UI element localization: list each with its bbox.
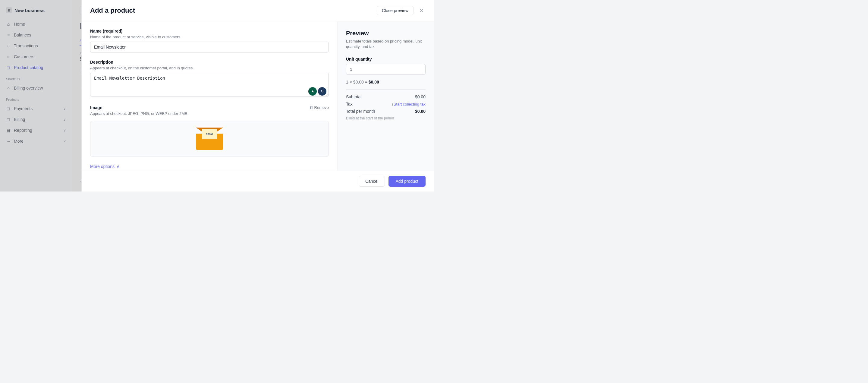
modal-title: Add a product bbox=[90, 7, 135, 14]
billed-note: Billed at the start of the period bbox=[346, 116, 426, 120]
cancel-button[interactable]: Cancel bbox=[359, 176, 385, 187]
remove-label: Remove bbox=[314, 105, 329, 110]
image-section-left: Image Appears at checkout. JPEG, PNG, or… bbox=[90, 105, 188, 118]
add-product-button[interactable]: Add product bbox=[389, 176, 426, 187]
preview-divider-1 bbox=[346, 89, 426, 90]
name-hint: Name of the product or service, visible … bbox=[90, 35, 329, 39]
close-preview-button[interactable]: Close preview bbox=[377, 6, 413, 15]
subtotal-label: Subtotal bbox=[346, 94, 361, 99]
calc-bold: $0.00 bbox=[369, 80, 379, 84]
more-options-label: More options bbox=[90, 164, 115, 169]
preview-tax-line: Tax ℹStart collecting tax bbox=[346, 101, 426, 107]
name-label: Name (required) bbox=[90, 29, 329, 33]
tax-link[interactable]: ℹStart collecting tax bbox=[392, 102, 426, 107]
description-field-group: Description Appears at checkout, on the … bbox=[90, 60, 329, 98]
chevron-down-icon: ∨ bbox=[116, 164, 119, 169]
preview-subtotal-line: Subtotal $0.00 bbox=[346, 94, 426, 99]
preview-subtitle: Estimate totals based on pricing model, … bbox=[346, 38, 426, 50]
more-options-button[interactable]: More options ∨ bbox=[90, 164, 329, 169]
ai-icon-2[interactable]: ↻ bbox=[318, 87, 327, 96]
modal-form: Name (required) Name of the product or s… bbox=[82, 22, 338, 171]
modal-header-actions: Close preview ✕ bbox=[377, 6, 426, 15]
image-field-group: Image Appears at checkout. JPEG, PNG, or… bbox=[90, 105, 329, 157]
preview-panel: Preview Estimate totals based on pricing… bbox=[338, 22, 434, 171]
envelope-letter: NESW bbox=[202, 129, 217, 139]
textarea-wrapper: Email Newsletter Description ★ ↻ bbox=[90, 73, 329, 98]
description-textarea[interactable]: Email Newsletter Description bbox=[90, 73, 329, 97]
name-input[interactable] bbox=[90, 41, 329, 53]
trash-icon: 🗑 bbox=[309, 105, 313, 110]
info-icon: ℹ bbox=[392, 102, 393, 106]
preview-calc: 1 × $0.00 = $0.00 bbox=[346, 80, 426, 84]
image-preview-box: NESW bbox=[90, 121, 329, 157]
ai-icon-1[interactable]: ★ bbox=[308, 87, 317, 96]
image-hint: Appears at checkout. JPEG, PNG, or WEBP … bbox=[90, 111, 188, 116]
remove-image-button[interactable]: 🗑 Remove bbox=[309, 105, 329, 110]
textarea-icons: ★ ↻ bbox=[308, 87, 327, 96]
tax-label: Tax bbox=[346, 101, 352, 107]
subtotal-value: $0.00 bbox=[415, 94, 426, 99]
description-hint: Appears at checkout, on the customer por… bbox=[90, 66, 329, 70]
name-field-group: Name (required) Name of the product or s… bbox=[90, 29, 329, 53]
modal-footer: Cancel Add product bbox=[82, 171, 434, 192]
preview-title: Preview bbox=[346, 30, 426, 37]
envelope-image: NESW bbox=[196, 127, 223, 150]
modal-header: Add a product Close preview ✕ bbox=[82, 0, 434, 22]
description-label: Description bbox=[90, 60, 329, 64]
total-value: $0.00 bbox=[415, 109, 426, 114]
preview-total-line: Total per month $0.00 bbox=[346, 109, 426, 114]
total-label: Total per month bbox=[346, 109, 375, 114]
calc-text: 1 × $0.00 = bbox=[346, 80, 369, 84]
image-label: Image bbox=[90, 105, 188, 110]
modal-body: Name (required) Name of the product or s… bbox=[82, 22, 434, 171]
unit-quantity-input[interactable] bbox=[346, 64, 426, 75]
close-modal-button[interactable]: ✕ bbox=[417, 6, 426, 15]
image-section-header: Image Appears at checkout. JPEG, PNG, or… bbox=[90, 105, 329, 118]
unit-quantity-label: Unit quantity bbox=[346, 57, 426, 61]
add-product-modal: Add a product Close preview ✕ Name (requ… bbox=[82, 0, 434, 192]
